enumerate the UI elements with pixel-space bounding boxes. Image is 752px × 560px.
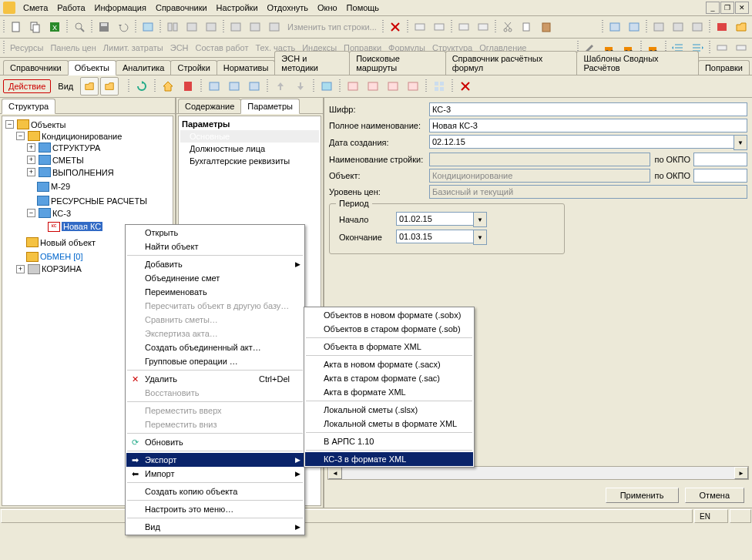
- tb-a2-icon[interactable]: [430, 18, 448, 36]
- tree-item-selected[interactable]: Новая КС: [62, 222, 102, 231]
- mid-tab-params[interactable]: Параметры: [240, 99, 300, 114]
- tb-b2-icon[interactable]: [625, 18, 643, 36]
- tab-esn[interactable]: ЭСН и методики: [274, 51, 350, 75]
- exp-sob[interactable]: Объектов в старом формате (.sob): [305, 322, 473, 336]
- close-icon[interactable]: ✕: [735, 2, 749, 14]
- exp-sacx[interactable]: Акта в новом формате (.sacx): [305, 357, 473, 371]
- tb-a3-icon[interactable]: [455, 18, 473, 36]
- folder-nav-icon[interactable]: [100, 77, 119, 96]
- menu-refresh[interactable]: ⟳Обновить: [126, 435, 304, 449]
- mid-tab-content[interactable]: Содержание: [178, 99, 241, 113]
- menu-smeta[interactable]: Смета: [18, 2, 52, 14]
- tree-item[interactable]: КОРЗИНА: [42, 264, 82, 273]
- tb-excel-icon[interactable]: X: [45, 18, 64, 36]
- tb-doc-icon[interactable]: [7, 18, 25, 36]
- arrow-up-icon[interactable]: [271, 77, 290, 96]
- tb-change-row-type[interactable]: Изменить тип строки...: [284, 22, 380, 32]
- sec-esn[interactable]: ЭСН: [167, 43, 192, 52]
- tb-copy-icon[interactable]: [26, 18, 45, 36]
- exp-obj-xml[interactable]: Объекта в формате XML: [305, 340, 473, 354]
- menu-configure[interactable]: Настроить это меню…: [126, 502, 304, 516]
- input-name[interactable]: [429, 119, 747, 132]
- menu-sprav[interactable]: Справочники: [151, 2, 212, 14]
- tb-i5-icon[interactable]: [227, 18, 245, 36]
- sec-pricepanel[interactable]: Панель цен: [47, 43, 99, 52]
- input-okpo1[interactable]: [693, 153, 747, 166]
- tb-search-icon[interactable]: [70, 18, 89, 36]
- tree-expander[interactable]: −: [16, 132, 25, 140]
- tb-undo-icon[interactable]: [114, 18, 133, 36]
- tree-item[interactable]: РЕСУРСНЫЕ РАСЧЕТЫ: [51, 196, 147, 206]
- menu-import[interactable]: ⬅Импорт▶: [126, 467, 304, 481]
- tab-sprav[interactable]: Справочники: [3, 60, 69, 75]
- tab-templates[interactable]: Шаблоны Сводных Расчётов: [576, 51, 699, 75]
- tb-save-icon[interactable]: [95, 18, 113, 36]
- book2-icon[interactable]: [179, 77, 197, 96]
- tb-b3-icon[interactable]: [650, 18, 668, 36]
- tb-i4-icon[interactable]: [202, 18, 220, 36]
- dropdown-icon[interactable]: ▼: [473, 212, 487, 227]
- refresh-icon[interactable]: [133, 77, 151, 96]
- menu-relax[interactable]: Отдохнуть: [263, 2, 314, 14]
- sec-sostav[interactable]: Состав работ: [193, 43, 252, 52]
- tb-b1-icon[interactable]: [606, 18, 624, 36]
- tree-expander[interactable]: +: [27, 168, 35, 176]
- exp-sac[interactable]: Акта в старом формате (.sac): [305, 371, 473, 385]
- tree-expander[interactable]: −: [5, 120, 14, 129]
- tb-cut-icon[interactable]: [499, 18, 517, 36]
- tb-clone-icon[interactable]: [518, 18, 536, 36]
- tab-formulas[interactable]: Справочник расчётных формул: [445, 51, 578, 75]
- mid-item-officials[interactable]: Должностные лица: [180, 143, 319, 155]
- menu-open[interactable]: Открыть: [126, 226, 304, 240]
- restore-icon[interactable]: ❐: [720, 2, 734, 14]
- menu-window[interactable]: Окно: [313, 2, 342, 14]
- tree-expander[interactable]: +: [27, 156, 35, 164]
- tb-i1-icon[interactable]: [139, 18, 157, 36]
- folder-up-icon[interactable]: [80, 77, 99, 96]
- input-end[interactable]: [396, 230, 473, 243]
- tree-expander[interactable]: +: [27, 143, 35, 152]
- tb-b4-icon[interactable]: [669, 18, 687, 36]
- menu-view[interactable]: Вид▶: [126, 520, 304, 534]
- grid-icon[interactable]: [430, 77, 448, 96]
- tree-item[interactable]: СМЕТЫ: [52, 156, 84, 165]
- menu-merge[interactable]: Объединение смет: [126, 271, 304, 285]
- menu-combo-act[interactable]: Создать объединенный акт…: [126, 340, 304, 354]
- mid-item-main[interactable]: Основные: [180, 130, 319, 143]
- card-nc-icon[interactable]: [205, 77, 223, 96]
- menu-help[interactable]: Помощь: [342, 2, 384, 14]
- card-pp-icon[interactable]: [225, 77, 243, 96]
- tab-objects[interactable]: Объекты: [68, 60, 116, 75]
- tb-i2-icon[interactable]: [163, 18, 182, 36]
- input-okpo2[interactable]: [693, 169, 747, 183]
- menu-rabota[interactable]: Работа: [52, 2, 89, 14]
- tab-stroiki[interactable]: Стройки: [170, 60, 217, 75]
- tb-paste-icon[interactable]: [537, 18, 556, 36]
- menu-info[interactable]: Информация: [90, 2, 151, 14]
- minimize-icon[interactable]: _: [706, 2, 720, 14]
- h-scrollbar[interactable]: ◄►: [327, 466, 749, 480]
- dropdown-icon[interactable]: ▼: [473, 230, 487, 245]
- exp-act-xml[interactable]: Акта в формате XML: [305, 385, 473, 399]
- action-button[interactable]: Действие: [3, 79, 51, 93]
- input-date[interactable]: [429, 135, 734, 149]
- badge4-icon[interactable]: [404, 77, 422, 96]
- tab-norm[interactable]: Нормативы: [217, 60, 276, 75]
- panel-icon[interactable]: [317, 77, 336, 96]
- exp-local-xml[interactable]: Локальной сметы в формате XML: [305, 417, 473, 431]
- tree-expander[interactable]: +: [16, 265, 25, 273]
- menu-rename[interactable]: Переименовать: [126, 285, 304, 299]
- tb-toggle1-icon[interactable]: [713, 39, 731, 57]
- tb-i7-icon[interactable]: [265, 18, 284, 36]
- scroll-right-icon[interactable]: ►: [734, 467, 748, 479]
- tb-toggle2-icon[interactable]: [732, 39, 750, 57]
- tree-item[interactable]: КС-3: [52, 209, 71, 218]
- menu-add[interactable]: Добавить▶: [126, 257, 304, 271]
- tree-expander[interactable]: −: [27, 209, 35, 217]
- exp-arps[interactable]: В АРПС 1.10: [305, 434, 473, 448]
- tree-item[interactable]: М-29: [51, 182, 70, 191]
- badge2-icon[interactable]: [364, 77, 382, 96]
- input-code[interactable]: [429, 102, 747, 116]
- tb-del-icon[interactable]: [386, 18, 405, 36]
- view-button[interactable]: Вид: [52, 79, 79, 93]
